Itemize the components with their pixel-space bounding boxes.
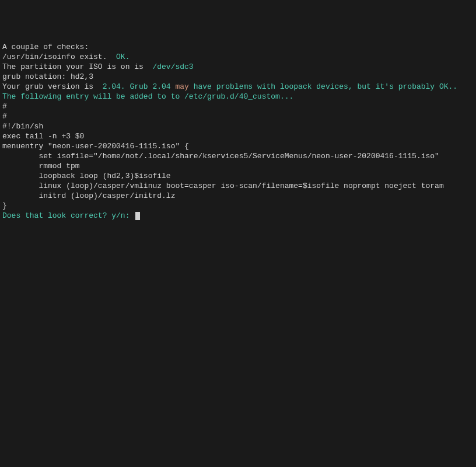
output-line: grub notation: hd2,3 — [2, 72, 474, 82]
output-line: initrd (loop)/casper/initrd.lz — [2, 191, 474, 201]
terminal-output[interactable]: A couple of checks:/usr/bin/isoinfo exis… — [2, 42, 474, 221]
text-segment: The partition your ISO is on is — [2, 62, 152, 71]
output-line: linux (loop)/casper/vmlinuz boot=casper … — [2, 181, 474, 191]
prompt-line[interactable]: Does that look correct? y/n: — [2, 211, 474, 221]
output-line: menuentry "neon-user-20200416-1115.iso" … — [2, 141, 474, 151]
output-line: # — [2, 102, 474, 111]
output-line: loopback loop (hd2,3)$isofile — [2, 171, 474, 181]
output-line: A couple of checks: — [2, 42, 474, 52]
output-line: /usr/bin/isoinfo exist. OK. — [2, 52, 474, 62]
output-line: exec tail -n +3 $0 — [2, 131, 474, 141]
output-line: } — [2, 201, 474, 211]
output-line: rmmod tpm — [2, 161, 474, 171]
device-path: /dev/sdc3 — [152, 62, 193, 71]
output-line: The following entry will be added to to … — [2, 92, 474, 102]
status-ok: OK. — [116, 53, 130, 61]
output-line: Your grub version is 2.04. Grub 2.04 may… — [2, 82, 474, 92]
version-text: have problems with loopack devices, but … — [189, 82, 457, 91]
output-line: #!/bin/sh — [2, 121, 474, 131]
output-line: set isofile="/home/not/.local/share/kser… — [2, 151, 474, 161]
cursor — [135, 212, 140, 220]
prompt-text: Does that look correct? y/n: — [2, 211, 134, 220]
version-text: 2.04. Grub 2.04 — [103, 82, 176, 91]
warning-word: may — [175, 82, 188, 91]
output-line: The partition your ISO is on is /dev/sdc… — [2, 62, 474, 72]
text-segment: /usr/bin/isoinfo exist. — [2, 53, 116, 61]
output-line: # — [2, 111, 474, 121]
text-segment: Your grub version is — [2, 82, 103, 91]
